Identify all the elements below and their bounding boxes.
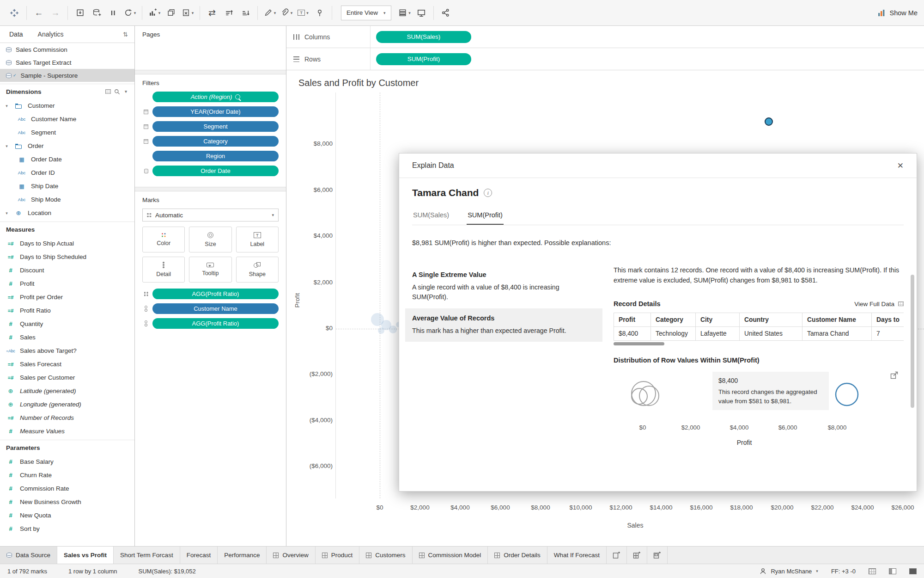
columns-pill-sum-sales[interactable]: SUM(Sales)	[376, 31, 471, 43]
dropdown-caret-icon[interactable]: ▾	[816, 569, 818, 573]
filter-pill-action-region[interactable]: Action (Region)	[152, 92, 279, 102]
dimension-row[interactable]: Ship Mode	[0, 193, 134, 206]
measure-row[interactable]: Sales	[0, 331, 134, 344]
dropdown-caret-icon[interactable]: ▾	[158, 11, 161, 15]
filter-pill-region[interactable]: Region	[152, 151, 279, 161]
show-sheets-grid-icon[interactable]	[869, 568, 876, 574]
columns-shelf[interactable]: Columns SUM(Sales)	[286, 26, 924, 48]
parameter-row[interactable]: Base Salary	[0, 455, 134, 468]
marks-pill-agg-profit-ratio[interactable]: AGG(Profit Ratio)	[152, 289, 279, 299]
tab-customers[interactable]: Customers	[359, 547, 412, 564]
dropdown-caret-icon[interactable]: ▾	[306, 11, 309, 15]
dropdown-caret-icon[interactable]: ▾	[134, 11, 136, 15]
tab-overview[interactable]: Overview	[267, 547, 315, 564]
column-header[interactable]: City	[696, 313, 740, 327]
column-header[interactable]: Country	[740, 313, 802, 327]
measure-row[interactable]: Sales above Target?	[0, 344, 134, 357]
y-axis-title[interactable]: Profit	[294, 293, 301, 308]
parameter-row[interactable]: New Business Growth	[0, 495, 134, 509]
new-dashboard-button[interactable]	[627, 547, 647, 564]
dialog-header[interactable]: Explain Data ✕	[399, 154, 917, 178]
measure-row[interactable]: Longitude (generated)	[0, 398, 134, 411]
mark-type-dropdown[interactable]: Automatic ▾	[142, 209, 279, 221]
filter-pill-order-date[interactable]: Order Date	[152, 166, 279, 176]
filter-pill-segment[interactable]: Segment	[152, 121, 279, 132]
sort-ascending-icon[interactable]	[221, 5, 237, 21]
dimension-row[interactable]: Order Date	[0, 153, 134, 166]
dropdown-caret-icon[interactable]: ▾	[408, 11, 411, 15]
new-worksheet-button[interactable]	[607, 547, 627, 564]
fit-selector[interactable]: Entire View ▾	[341, 6, 391, 20]
info-icon[interactable]: i	[484, 189, 492, 197]
x-axis-title[interactable]: Sales	[589, 522, 681, 529]
table-horizontal-scrollbar[interactable]	[614, 342, 664, 345]
pane-sort-icon[interactable]: ⇅	[123, 31, 133, 38]
tab-analytics[interactable]: Analytics	[30, 26, 71, 43]
selected-mark-tamara-chand[interactable]	[765, 117, 773, 126]
show-hide-cards-icon[interactable]: ▾	[397, 5, 413, 21]
close-icon[interactable]: ✕	[897, 161, 904, 171]
filter-pill-category[interactable]: Category	[152, 136, 279, 147]
measure-row[interactable]: Sales Forecast	[0, 357, 134, 371]
dropdown-caret-icon[interactable]: ▾	[274, 11, 276, 15]
caret-down-icon[interactable]: ▾	[4, 211, 9, 215]
tab-product[interactable]: Product	[316, 547, 360, 564]
tab-sum-sales[interactable]: SUM(Sales)	[412, 209, 450, 225]
color-button[interactable]: Color	[142, 227, 185, 252]
scatter-mark-cluster[interactable]	[389, 326, 397, 333]
column-header[interactable]: Profit	[614, 313, 651, 327]
explanation-single-extreme-value[interactable]: A Single Extreme Value A single record w…	[405, 265, 602, 308]
dropdown-caret-icon[interactable]: ▾	[192, 11, 194, 15]
dimension-row[interactable]: ▾Customer	[0, 99, 134, 112]
open-in-new-icon[interactable]	[890, 371, 898, 381]
measure-row[interactable]: Measure Values	[0, 424, 134, 438]
dropdown-caret-icon[interactable]: ▾	[291, 11, 293, 15]
filter-pill-year-order-date[interactable]: YEAR(Order Date)	[152, 106, 279, 117]
measure-row[interactable]: Discount	[0, 264, 134, 277]
user-menu[interactable]: Ryan McShane ▾	[760, 568, 818, 575]
tab-forecast[interactable]: Forecast	[180, 547, 218, 564]
show-tabs-icon[interactable]	[909, 568, 917, 574]
clear-sheet-icon[interactable]: ▾	[180, 5, 195, 21]
run-update-icon[interactable]: ▾	[122, 5, 138, 21]
measure-row[interactable]: Latitude (generated)	[0, 384, 134, 398]
shape-button[interactable]: Shape	[236, 257, 279, 283]
measure-row[interactable]: Sales per Customer	[0, 371, 134, 384]
undo-icon[interactable]: ←	[31, 5, 47, 21]
tab-sum-profit[interactable]: SUM(Profit)	[467, 209, 504, 225]
column-header[interactable]: Customer Name	[802, 313, 872, 327]
tab-commission-model[interactable]: Commission Model	[413, 547, 488, 564]
save-icon[interactable]	[72, 5, 88, 21]
data-source-item[interactable]: Sales Target Extract	[0, 56, 134, 69]
tab-sales-vs-profit[interactable]: Sales vs Profit	[57, 547, 114, 564]
measure-row[interactable]: Number of Records	[0, 411, 134, 424]
view-full-data-link[interactable]: View Full Data	[854, 301, 904, 307]
redo-icon[interactable]: →	[48, 5, 63, 21]
measure-row[interactable]: Quantity	[0, 317, 134, 331]
rows-shelf[interactable]: Rows SUM(Profit)	[286, 48, 924, 70]
pane-menu-caret-icon[interactable]: ▾	[123, 89, 128, 94]
fix-axes-icon[interactable]	[312, 5, 328, 21]
tooltip-button[interactable]: Tooltip	[189, 257, 231, 283]
detail-button[interactable]: Detail	[142, 257, 185, 283]
duplicate-sheet-icon[interactable]	[163, 5, 179, 21]
dimension-row[interactable]: Order ID	[0, 166, 134, 179]
group-members-icon[interactable]: ▾	[279, 5, 294, 21]
size-button[interactable]: Size	[189, 227, 231, 252]
view-data-grid-icon[interactable]	[105, 89, 111, 94]
mark-labels-icon[interactable]: T▾	[295, 5, 311, 21]
tab-order-details[interactable]: Order Details	[488, 547, 547, 564]
pause-updates-icon[interactable]	[105, 5, 121, 21]
show-me-button[interactable]: Show Me	[877, 9, 918, 17]
caret-down-icon[interactable]: ▾	[4, 144, 9, 148]
dimension-row[interactable]: Ship Date	[0, 179, 134, 193]
dimension-row[interactable]: Customer Name	[0, 112, 134, 126]
explanation-average-value[interactable]: Average Value of Records This mark has a…	[405, 308, 602, 342]
measure-row[interactable]: Profit Ratio	[0, 304, 134, 317]
scatter-mark-cluster[interactable]	[378, 327, 384, 334]
data-source-item-selected[interactable]: ✓Sample - Superstore	[0, 69, 134, 82]
dropdown-caret-icon[interactable]: ▾	[272, 213, 274, 217]
swap-rows-columns-icon[interactable]: ⇄	[204, 5, 220, 21]
dimension-row[interactable]: ▾Order	[0, 139, 134, 153]
caret-down-icon[interactable]: ▾	[4, 104, 9, 108]
